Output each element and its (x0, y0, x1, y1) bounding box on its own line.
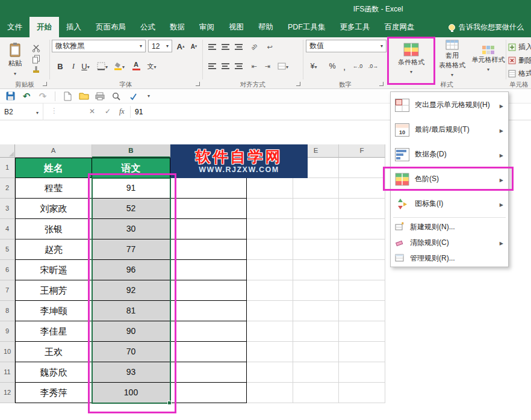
cell-E6[interactable] (293, 260, 339, 280)
cell-C4[interactable] (170, 219, 247, 239)
cell-B10[interactable]: 70 (92, 342, 170, 362)
cell-E7[interactable] (293, 280, 339, 301)
align-right-button[interactable] (232, 60, 244, 72)
tab-review[interactable]: 审阅 (192, 17, 222, 37)
redo-button[interactable]: ↷ (37, 91, 48, 102)
paste-button[interactable]: 粘贴 (4, 39, 26, 79)
cell-A9[interactable]: 李佳星 (15, 321, 92, 342)
cell-B5[interactable]: 77 (92, 239, 170, 260)
select-all-corner[interactable] (0, 144, 15, 158)
format-painter-button[interactable] (30, 64, 42, 76)
cell-A5[interactable]: 赵亮 (15, 239, 92, 260)
font-name-combo[interactable]: 微软雅黑 (52, 40, 146, 52)
tab-page-layout[interactable]: 页面布局 (88, 17, 133, 37)
undo-button[interactable]: ↶ (21, 91, 32, 102)
cell-F3[interactable] (339, 199, 385, 219)
tab-baidu-netdisk[interactable]: 百度网盘 (377, 17, 422, 37)
clipboard-dialog-launcher[interactable] (43, 82, 47, 86)
cell-E11[interactable] (293, 362, 339, 383)
decrease-indent-button[interactable] (248, 60, 260, 72)
font-size-combo[interactable]: 12 (148, 40, 172, 52)
wrap-text-button[interactable] (264, 41, 276, 53)
align-bottom-button[interactable] (232, 41, 244, 53)
decrease-font-size-button[interactable] (188, 40, 200, 52)
align-center-button[interactable] (219, 60, 231, 72)
delete-cells-button[interactable]: 删除 (508, 54, 531, 66)
row-header-3[interactable]: 3 (0, 199, 15, 219)
cell-C5[interactable] (170, 239, 247, 260)
cell-F5[interactable] (339, 239, 385, 260)
cell-D4[interactable] (247, 219, 293, 239)
fill-handle[interactable] (167, 401, 172, 405)
cell-C3[interactable] (170, 199, 247, 219)
accounting-format-button[interactable]: ¥ (306, 60, 321, 72)
cell-C7[interactable] (170, 280, 247, 301)
increase-decimal-button[interactable]: ←.0 (352, 60, 364, 72)
tab-insert[interactable]: 插入 (59, 17, 88, 37)
cell-E9[interactable] (293, 321, 339, 342)
cell-styles-button[interactable]: 单元格样式 (471, 37, 506, 79)
cell-C9[interactable] (170, 321, 247, 342)
cell-E4[interactable] (293, 219, 339, 239)
cell-C8[interactable] (170, 301, 247, 321)
cell-F6[interactable] (339, 260, 385, 280)
cell-C6[interactable] (170, 260, 247, 280)
cell-B2[interactable]: 91 (92, 178, 170, 199)
cell-B3[interactable]: 52 (92, 199, 170, 219)
cell-E2[interactable] (293, 178, 339, 199)
row-header-4[interactable]: 4 (0, 219, 15, 239)
phonetic-guide-button[interactable]: 文 (146, 60, 158, 72)
cell-F10[interactable] (339, 342, 385, 362)
row-header-12[interactable]: 12 (0, 383, 15, 403)
cell-E10[interactable] (293, 342, 339, 362)
cell-A2[interactable]: 程莹 (15, 178, 92, 199)
borders-button[interactable] (96, 60, 108, 72)
cell-F9[interactable] (339, 321, 385, 342)
tab-more-tools[interactable]: 更多工具 (333, 17, 377, 37)
cell-D8[interactable] (247, 301, 293, 321)
save-button[interactable] (5, 91, 16, 102)
column-header-f[interactable]: F (339, 144, 385, 158)
row-header-1[interactable]: 1 (0, 158, 15, 178)
row-header-6[interactable]: 6 (0, 260, 15, 280)
comma-style-button[interactable]: , (338, 60, 350, 72)
column-header-a[interactable]: A (15, 144, 92, 158)
cell-F11[interactable] (339, 362, 385, 383)
enter-button[interactable]: ✓ (105, 107, 111, 116)
percent-style-button[interactable]: % (326, 60, 338, 72)
new-workbook-button[interactable] (62, 91, 73, 102)
cell-D7[interactable] (247, 280, 293, 301)
cell-A4[interactable]: 张银 (15, 219, 92, 239)
menu-item-top-bottom-rules[interactable]: 10 最前/最后规则(T) (391, 117, 508, 142)
menu-item-icon-sets[interactable]: 图标集(I) (391, 191, 508, 216)
cell-B12[interactable]: 100 (92, 383, 170, 403)
cell-D3[interactable] (247, 199, 293, 219)
increase-font-size-button[interactable] (175, 40, 187, 52)
cell-E3[interactable] (293, 199, 339, 219)
format-as-table-button[interactable]: 套用 表格格式 (435, 37, 470, 79)
cell-D9[interactable] (247, 321, 293, 342)
cell-D6[interactable] (247, 260, 293, 280)
tab-file[interactable]: 文件 (0, 17, 30, 37)
row-header-5[interactable]: 5 (0, 239, 15, 260)
formula-bar-splitter[interactable] (51, 107, 58, 115)
cell-F12[interactable] (339, 383, 385, 403)
cell-B6[interactable]: 96 (92, 260, 170, 280)
cell-B4[interactable]: 30 (92, 219, 170, 239)
italic-button[interactable]: I (67, 60, 79, 72)
fill-color-button[interactable] (113, 60, 125, 72)
cell-F1[interactable] (339, 158, 385, 178)
cell-B1[interactable]: 语文 (92, 158, 170, 178)
cell-A8[interactable]: 李坤颐 (15, 301, 92, 321)
insert-function-button[interactable]: fx (119, 107, 125, 116)
row-header-10[interactable]: 10 (0, 342, 15, 362)
cell-A10[interactable]: 王欢 (15, 342, 92, 362)
number-format-combo[interactable]: 数值 (306, 40, 387, 52)
underline-button[interactable]: U (79, 60, 92, 72)
row-header-8[interactable]: 8 (0, 301, 15, 321)
cell-E12[interactable] (293, 383, 339, 403)
cell-D2[interactable] (247, 178, 293, 199)
row-header-7[interactable]: 7 (0, 280, 15, 301)
open-file-button[interactable] (78, 91, 89, 102)
font-color-button[interactable]: A (130, 60, 142, 72)
